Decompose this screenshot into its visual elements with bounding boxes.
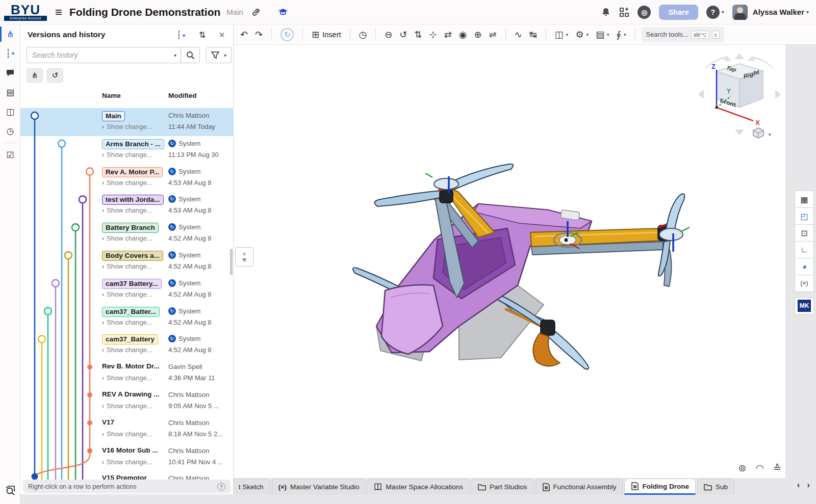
tape-measure-icon[interactable]: ⊚ [738,462,747,474]
mate-fastened-icon[interactable]: ⊹ [426,28,441,42]
route-icon[interactable]: ∿ [511,28,526,42]
show-changes-link[interactable]: ›Show change... [102,374,152,382]
version-row[interactable]: Body Covers a...›Show change...↻System4:… [20,248,234,276]
checklist-icon[interactable]: ☑ [0,145,20,165]
user-caret-icon[interactable]: ▾ [806,9,809,15]
learn-icon[interactable]: ◎ [638,6,651,19]
help-caret-icon[interactable]: ▾ [722,9,724,15]
mate-parallel-icon[interactable]: ⇌ [486,28,500,42]
search-history-input[interactable] [27,51,172,59]
footer-help-icon[interactable]: ? [217,483,225,491]
show-changes-link[interactable]: ›Show change... [102,123,152,130]
version-name[interactable]: Body Covers a... [102,251,163,261]
tab-master-space-allocations[interactable]: Master Space Allocations [367,479,470,495]
variables-icon[interactable]: (×) [795,275,814,292]
show-changes-link[interactable]: ›Show change... [102,206,152,214]
where-used-icon[interactable]: ◰ [795,207,814,225]
tab-scroll-right-icon[interactable]: › [807,480,810,490]
instances-flyout-handle[interactable]: ∨ ≡ [235,247,253,267]
undo-icon[interactable]: ↶ [237,28,251,42]
release-notes-icon[interactable]: ▤ [0,83,20,102]
version-name[interactable]: Rev A. Motor P... [102,167,163,177]
tab-sub[interactable]: Sub [697,479,734,495]
mate-ball-icon[interactable]: ◉ [455,28,471,42]
show-changes-link[interactable]: ›Show change... [102,430,152,438]
sheet-metal-icon[interactable]: ∟ [795,241,814,258]
version-row[interactable]: test with Jorda...›Show change...↻System… [20,192,234,220]
search-dropdown-caret-icon[interactable]: ▾ [174,52,176,58]
share-button[interactable]: Share [659,5,698,20]
version-row[interactable]: cam37_Batter...›Show change...↻System4:5… [20,304,234,332]
panel-scrollbar[interactable] [230,249,233,275]
compare-icon[interactable]: ⇅ [199,30,206,40]
mk-addon-icon[interactable]: MK [795,297,814,314]
tab-scroll-left-icon[interactable]: ‹ [797,480,800,490]
show-changes-link[interactable]: ›Show change... [102,262,152,270]
version-name[interactable]: V17 [102,418,114,426]
create-version-icon[interactable]: ┆+ [0,44,20,63]
show-changes-link[interactable]: ›Show change... [102,290,152,298]
drone-model[interactable] [325,147,713,386]
insight-icon[interactable]: ◫ [0,102,20,121]
search-tools-box[interactable]: Search tools...alt/⌥c [642,27,724,42]
search-history-box[interactable]: ▾ [27,47,181,63]
version-row[interactable]: V15 Premotor›Show change...Chris Mattson [20,471,234,480]
linked-documents-icon[interactable]: ⊡ [795,224,814,242]
timer-icon[interactable]: ◷ [0,121,20,141]
version-name[interactable]: Main [102,111,125,121]
link-icon[interactable] [251,8,261,17]
mate-cylindrical-icon[interactable]: ⊖ [381,28,396,42]
version-name[interactable]: REV A Drawing ... [102,390,159,398]
distance-icon[interactable]: ↹ [526,28,541,42]
named-views-icon[interactable]: ◫▾ [551,28,572,42]
show-changes-link[interactable]: ›Show change... [102,402,152,410]
insert-icon[interactable]: ⊞Insert [308,28,344,42]
version-row[interactable]: V17›Show change...Chris Mattson8:18 AM N… [20,415,234,443]
version-name[interactable]: cam37_Battery [102,334,158,344]
avatar[interactable] [732,5,748,20]
tab-part-studios[interactable]: Part Studios [471,479,534,495]
show-changes-link[interactable]: ›Show change... [102,151,152,158]
version-row[interactable]: Arms Branch - ...›Show change...↻System1… [20,136,234,164]
mate-slider-icon[interactable]: ⇅ [411,28,425,42]
user-name[interactable]: Alyssa Walker [753,8,804,16]
notifications-bell-icon[interactable] [601,7,611,17]
workspace-name[interactable]: Main [226,8,243,16]
drawing-icon[interactable]: ▤▾ [592,28,613,42]
settings-icon[interactable]: ⚙▾ [572,28,592,42]
version-name[interactable]: test with Jorda... [102,195,164,205]
show-changes-link[interactable]: ›Show change... [102,458,152,466]
mate-revolute-icon[interactable]: ↺ [396,28,411,42]
protractor-icon[interactable]: ◠ [755,462,764,474]
create-version-icon[interactable]: ┆+ [176,30,186,40]
lasso-icon[interactable]: ∮▾ [613,28,630,42]
restore-icon[interactable]: ↺ [47,68,63,83]
version-row[interactable]: cam37_Battery›Show change...↻System4:52 … [20,331,234,359]
version-row[interactable]: Rev B. Motor Dr...›Show change...Gavin S… [20,359,234,387]
mate-planar-icon[interactable]: ⇄ [441,28,455,42]
show-changes-link[interactable]: ›Show change... [102,346,152,354]
tab-t-sketch[interactable]: t Sketch [234,479,270,495]
show-changes-link[interactable]: ›Show change... [102,234,152,242]
tab-folding-drone[interactable]: Folding Drone [624,479,696,495]
versions-history-icon[interactable]: ⋔ [0,24,20,44]
version-name[interactable]: V16 Motor Sub ... [102,446,158,454]
tab-master-variable-studio[interactable]: (×)Master Variable Studio [272,479,366,495]
version-name[interactable]: cam37 Battery... [102,279,162,289]
search-button[interactable] [181,47,200,63]
version-name[interactable]: cam37_Batter... [102,307,160,317]
show-changes-link[interactable]: ›Show change... [102,319,152,326]
comments-icon[interactable] [0,63,20,83]
version-name[interactable]: Arms Branch - ... [102,139,164,149]
version-name[interactable]: Rev B. Motor Dr... [102,362,160,370]
version-row[interactable]: cam37 Battery...›Show change...↻System4:… [20,276,234,304]
hamburger-menu-icon[interactable]: ≡ [55,5,62,19]
tab-functional-assembly[interactable]: Functional Assembly [536,479,623,495]
redo-icon[interactable]: ↷ [251,28,266,42]
bom-table-icon[interactable]: ▦ [795,191,814,208]
mass-properties-icon[interactable]: ≙ [773,462,781,474]
snapshot-icon[interactable]: ◷ [355,28,371,42]
learning-center-flag-icon[interactable] [278,8,288,17]
help-icon[interactable]: ? [706,6,720,19]
preview-search-icon[interactable] [0,481,20,500]
